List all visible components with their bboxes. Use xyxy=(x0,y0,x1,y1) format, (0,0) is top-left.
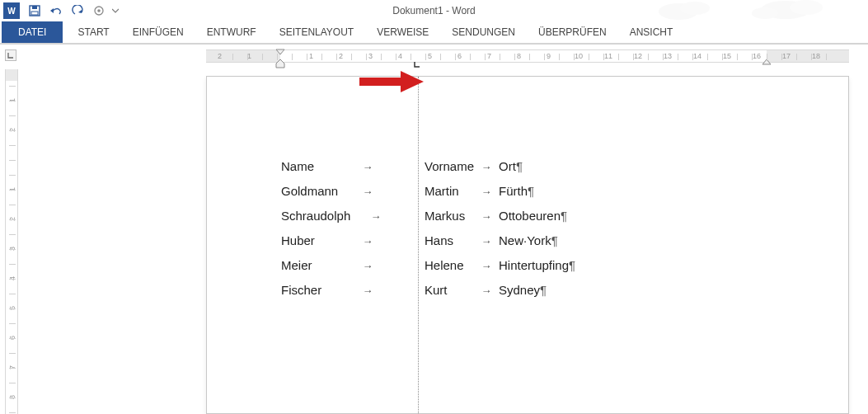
pilcrow-icon: ¶ xyxy=(561,209,567,223)
col2a-text: Helene xyxy=(425,253,474,278)
document-line[interactable]: Meier→Helene→Hintertupfing¶ xyxy=(281,253,575,278)
ruler-number: 14 xyxy=(693,52,701,60)
pilcrow-icon: ¶ xyxy=(528,184,534,198)
tab-view[interactable]: ANSICHT xyxy=(618,21,685,43)
document-line[interactable]: Goldmann→Martin→Fürth¶ xyxy=(281,179,575,204)
svg-point-8 xyxy=(790,0,823,15)
horizontal-ruler[interactable]: 2 1 1 2 3 4 5 6 7 8 9 10 11 12 13 14 15 … xyxy=(206,49,849,63)
ruler-minor-tick xyxy=(500,54,500,60)
ruler-minor-tick xyxy=(381,54,382,60)
ruler-minor-tick xyxy=(470,54,471,60)
save-icon[interactable] xyxy=(25,2,45,20)
document-line[interactable]: Huber→Hans→New·York¶ xyxy=(281,228,575,253)
ruler-minor-tick xyxy=(514,54,515,60)
ruler-minor-tick xyxy=(767,54,767,60)
document-text[interactable]: Name→Vorname→Ort¶Goldmann→Martin→Fürth¶S… xyxy=(281,154,575,303)
col1-text: Name xyxy=(281,154,351,179)
tab-arrow-icon: → xyxy=(359,205,392,229)
redo-icon[interactable] xyxy=(68,2,87,20)
document-line[interactable]: Fischer→Kurt→Sydney¶ xyxy=(281,278,575,303)
ruler-minor-tick xyxy=(9,86,16,87)
ruler-minor-tick xyxy=(9,323,16,324)
ruler-minor-tick xyxy=(529,54,530,60)
ruler-minor-tick xyxy=(648,54,649,60)
ruler-minor-tick xyxy=(9,264,16,265)
ruler-minor-tick xyxy=(796,54,797,60)
tab-arrow-icon: → xyxy=(474,254,499,279)
svg-rect-1 xyxy=(32,6,37,9)
ruler-minor-tick xyxy=(9,368,16,369)
document-line[interactable]: Name→Vorname→Ort¶ xyxy=(281,154,575,179)
ruler-minor-tick xyxy=(781,54,782,60)
ruler-minor-tick xyxy=(307,54,307,60)
tab-selector[interactable] xyxy=(5,49,16,61)
tab-arrow-icon: → xyxy=(474,180,499,205)
ruler-minor-tick xyxy=(618,54,619,60)
col1-text: Meier xyxy=(281,253,351,278)
ruler-number: 10 xyxy=(575,52,583,60)
ruler-minor-tick xyxy=(9,353,16,354)
tab-review[interactable]: ÜBERPRÜFEN xyxy=(527,21,618,43)
ruler-number: 2 xyxy=(218,52,222,60)
ruler-minor-tick xyxy=(692,54,693,60)
vertical-ruler[interactable]: 1 2 1 2 3 4 5 6 7 8 xyxy=(5,69,18,414)
ruler-minor-tick xyxy=(9,383,16,383)
tab-page-layout[interactable]: SEITENLAYOUT xyxy=(268,21,365,43)
ruler-number: 9 xyxy=(547,52,551,60)
ruler-number: 4 xyxy=(398,52,402,60)
word-app-icon[interactable]: W xyxy=(3,2,20,19)
ruler-minor-tick xyxy=(9,219,16,220)
svg-point-5 xyxy=(659,3,698,20)
ruler-minor-tick xyxy=(9,145,16,146)
col2a-text: Markus xyxy=(425,204,474,228)
ruler-minor-tick xyxy=(396,54,396,60)
col2b-text: Ort xyxy=(499,159,516,173)
ruler-minor-tick xyxy=(9,101,16,101)
ruler-minor-tick xyxy=(321,54,322,60)
ruler-minor-tick xyxy=(277,54,278,60)
tab-design[interactable]: ENTWURF xyxy=(195,21,268,43)
col2b-text: Fürth xyxy=(499,184,528,198)
ruler-number: 1 xyxy=(309,52,313,60)
ruler-number: 18 xyxy=(812,52,820,60)
svg-point-6 xyxy=(680,2,710,15)
tab-mailings[interactable]: SENDUNGEN xyxy=(440,21,527,43)
ruler-number: 17 xyxy=(782,52,791,60)
ruler-minor-tick xyxy=(9,412,16,413)
document-line[interactable]: Schraudolph→Markus→Ottobeuren¶ xyxy=(281,204,575,228)
tab-references[interactable]: VERWEISE xyxy=(365,21,440,43)
tab-file[interactable]: DATEI xyxy=(2,21,63,43)
tab-insert[interactable]: EINFÜGEN xyxy=(121,21,195,43)
title-bar: W Dokument1 - Word xyxy=(0,0,868,21)
ruler-minor-tick xyxy=(336,54,337,60)
ruler-minor-tick xyxy=(9,398,16,398)
undo-icon[interactable] xyxy=(46,2,66,20)
col2a-text: Martin xyxy=(425,179,474,204)
col2b-text: New·York xyxy=(499,233,551,247)
ruler-minor-tick xyxy=(366,54,367,60)
tab-stop-marker[interactable] xyxy=(414,59,420,64)
ruler-minor-tick xyxy=(603,54,604,60)
ruler-minor-tick xyxy=(9,175,16,176)
col2a-text: Vorname xyxy=(425,154,474,179)
tab-arrow-icon: → xyxy=(474,155,499,180)
touch-mode-icon[interactable] xyxy=(89,2,109,20)
ruler-number: 5 xyxy=(428,52,432,60)
col2a-text: Hans xyxy=(425,228,474,253)
document-page[interactable]: Name→Vorname→Ort¶Goldmann→Martin→Fürth¶S… xyxy=(206,76,849,414)
col1-text: Schraudolph xyxy=(281,204,359,228)
work-area: 2 1 1 2 3 4 5 6 7 8 9 10 11 12 13 14 15 … xyxy=(0,45,868,414)
ruler-minor-tick xyxy=(9,190,16,191)
svg-rect-2 xyxy=(31,12,38,15)
ruler-minor-tick xyxy=(589,54,589,60)
ruler-minor-tick xyxy=(737,54,738,60)
qat-customize-icon[interactable] xyxy=(110,2,120,20)
col1-text: Fischer xyxy=(281,278,351,303)
tab-start[interactable]: START xyxy=(66,21,120,43)
ribbon-tabs: DATEI START EINFÜGEN ENTWURF SEITENLAYOU… xyxy=(0,21,868,43)
ruler-number: 6 xyxy=(457,52,462,60)
ruler-minor-tick xyxy=(9,234,16,235)
ruler-minor-tick xyxy=(752,54,753,60)
ruler-minor-tick xyxy=(678,54,678,60)
ruler-minor-tick xyxy=(9,205,16,205)
